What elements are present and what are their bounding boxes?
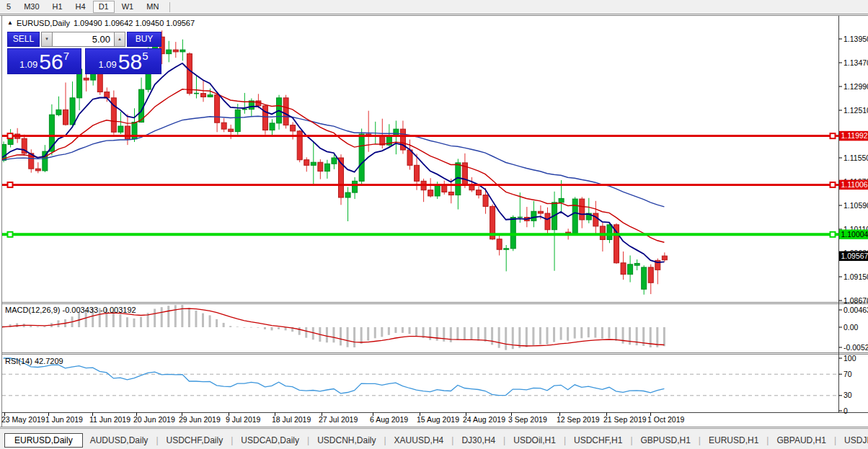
- price-tick-label: 1.09150: [843, 272, 868, 281]
- timeframe-button-m30[interactable]: M30: [18, 1, 45, 13]
- price-tick-label: 1.13470: [843, 58, 868, 67]
- symbol-tab-audusd-daily[interactable]: AUDUSD,Daily: [83, 434, 156, 447]
- price-tick-label: 1.11550: [843, 154, 868, 162]
- symbol-tab-dj30-h4[interactable]: DJ30,H4: [454, 434, 502, 447]
- symbol-tab-usdchf-daily[interactable]: USDCHF,Daily: [159, 434, 231, 447]
- buy-button[interactable]: BUY: [127, 32, 161, 47]
- toolbar-divider: [169, 2, 170, 12]
- date-tick-label: 11 Jun 2019: [89, 415, 130, 424]
- price-tick-label: 1.12510: [843, 106, 868, 115]
- symbol-tab-eurusd-daily[interactable]: EURUSD,Daily: [4, 433, 83, 448]
- trading-terminal: 5M30H1H4D1W1MN 1.139501.134701.129901.12…: [0, 0, 868, 449]
- chart-background: [0, 14, 868, 428]
- symbol-tab-usdjp[interactable]: USDJP: [837, 434, 868, 447]
- date-tick-label: 3 Sep 2019: [508, 415, 547, 424]
- date-tick-label: 29 Jun 2019: [179, 415, 221, 424]
- date-tick-label: 9 Jul 2019: [226, 415, 261, 424]
- volume-increase-icon[interactable]: ▲: [114, 32, 125, 47]
- sell-price-big: 56: [39, 53, 63, 71]
- symbol-tab-gbpaud-h1[interactable]: GBPAUD,H1: [769, 434, 833, 447]
- price-tick-label: 1.13950: [843, 35, 868, 43]
- svg-text:1.10004: 1.10004: [841, 230, 868, 239]
- macd-scale-label: -0.00529: [843, 343, 868, 352]
- chart-ohlc-values: 1.09490 1.09642 1.09450 1.09567: [74, 19, 195, 27]
- date-tick-label: 23 May 2019: [1, 415, 45, 424]
- line-handle[interactable]: [8, 133, 13, 138]
- macd-indicator-label: MACD(12,26,9) -0.003433 -0.003192: [5, 306, 136, 314]
- timeframe-toolbar: 5M30H1H4D1W1MN: [0, 0, 868, 14]
- date-tick-label: 15 Aug 2019: [417, 415, 459, 424]
- timeframe-button-h4[interactable]: H4: [70, 1, 92, 13]
- rsi-scale-label: 30: [843, 391, 852, 399]
- price-tick-label: 1.12990: [843, 82, 868, 91]
- date-tick-label: 18 Jul 2019: [272, 415, 311, 424]
- line-price-label-1.10004: 1.10004: [839, 229, 868, 239]
- price-tick-label: 1.08670: [843, 296, 868, 305]
- timeframe-button-h1[interactable]: H1: [47, 1, 68, 13]
- chart-symbol-label: EURUSD,Daily: [17, 19, 70, 27]
- volume-input[interactable]: 5.00: [53, 32, 114, 47]
- date-tick-label: 27 Jul 2019: [319, 415, 358, 424]
- symbol-tab-eurusd-h1[interactable]: EURUSD,H1: [701, 434, 766, 447]
- timeframe-button-d1[interactable]: D1: [93, 1, 115, 13]
- timeframe-button-5[interactable]: 5: [1, 1, 17, 13]
- sell-price-button[interactable]: 1.09 56 7: [7, 48, 81, 74]
- rsi-scale-label: 100: [843, 354, 856, 363]
- symbol-tab-gbpusd-h1[interactable]: GBPUSD,H1: [634, 434, 698, 447]
- date-tick-label: 24 Aug 2019: [463, 415, 505, 424]
- volume-stepper: ▼ 5.00 ▲: [41, 32, 125, 47]
- date-tick-label: 6 Aug 2019: [370, 415, 408, 424]
- collapse-panel-icon[interactable]: ▲: [7, 19, 13, 26]
- date-tick-label: 1 Jun 2019: [45, 415, 83, 424]
- timeframe-button-w1[interactable]: W1: [116, 1, 140, 13]
- date-tick-label: 1 Oct 2019: [647, 415, 685, 424]
- svg-text:1.11006: 1.11006: [841, 180, 868, 189]
- buy-price-button[interactable]: 1.09 58 5: [85, 48, 161, 74]
- date-tick-label: 21 Sep 2019: [603, 415, 647, 424]
- one-click-trade-panel: SELL ▼ 5.00 ▲ BUY 1.09 56 7 1.09 58 5: [7, 32, 161, 74]
- symbol-tab-xauusd-h4[interactable]: XAUUSD,H4: [387, 434, 451, 447]
- sell-price-pip: 7: [63, 50, 69, 62]
- volume-decrease-icon[interactable]: ▼: [41, 32, 53, 47]
- date-tick-label: 20 Jun 2019: [133, 415, 175, 424]
- line-handle[interactable]: [8, 182, 13, 187]
- svg-text:1.11992: 1.11992: [841, 131, 868, 140]
- line-handle[interactable]: [831, 232, 836, 237]
- sell-button[interactable]: SELL: [7, 32, 40, 47]
- date-tick-label: 12 Sep 2019: [557, 415, 600, 424]
- symbol-tab-usdcad-daily[interactable]: USDCAD,Daily: [234, 434, 306, 447]
- line-handle[interactable]: [831, 133, 836, 138]
- sell-price-prefix: 1.09: [19, 59, 37, 70]
- symbol-tab-usdcnh-daily[interactable]: USDCNH,Daily: [310, 434, 383, 447]
- symbol-tabbar: EURUSD,DailyAUDUSD,Daily|USDCHF,Daily|US…: [0, 428, 868, 449]
- chart-canvas[interactable]: 1.139501.134701.129901.125101.120301.115…: [0, 14, 868, 428]
- current-price-label: 1.09567: [839, 252, 868, 262]
- buy-price-prefix: 1.09: [98, 59, 116, 70]
- line-handle[interactable]: [831, 182, 836, 187]
- macd-scale-label: 0.00: [843, 323, 859, 332]
- macd-scale-label: 0.00463: [843, 306, 868, 314]
- rsi-scale-label: 0: [843, 406, 848, 415]
- rsi-scale-label: 70: [843, 370, 852, 378]
- price-tick-label: 1.10590: [843, 201, 868, 210]
- timeframe-button-mn[interactable]: MN: [141, 1, 164, 13]
- symbol-tab-usdoil-h1[interactable]: USDOil,H1: [506, 434, 563, 447]
- chart-title: ▲ EURUSD,Daily 1.09490 1.09642 1.09450 1…: [7, 19, 195, 27]
- symbol-tab-usdchf-h1[interactable]: USDCHF,H1: [567, 434, 629, 447]
- rsi-indicator-label: RSI(14) 42.7209: [5, 357, 63, 365]
- buy-price-big: 58: [118, 53, 142, 71]
- line-price-label-1.11992: 1.11992: [839, 131, 868, 141]
- buy-price-pip: 5: [142, 50, 148, 62]
- line-handle[interactable]: [8, 232, 13, 237]
- svg-text:1.09567: 1.09567: [841, 252, 868, 260]
- line-price-label-1.11006: 1.11006: [839, 180, 868, 190]
